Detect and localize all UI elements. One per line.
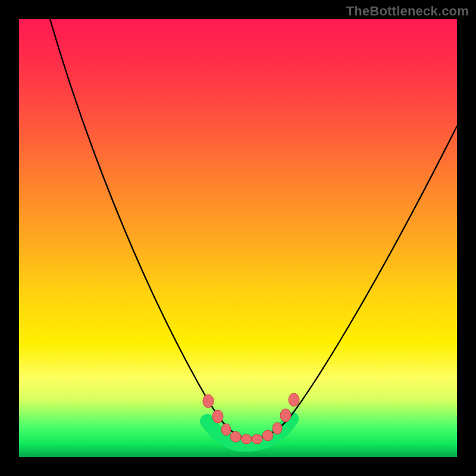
marker-dot: [280, 409, 291, 422]
marker-dot: [289, 393, 299, 406]
marker-dot: [203, 394, 214, 408]
chart-svg: [19, 19, 457, 457]
watermark-text: TheBottleneck.com: [346, 4, 469, 19]
marker-dot: [252, 434, 262, 444]
marker-dot: [273, 422, 282, 434]
bottleneck-curve: [50, 19, 457, 439]
marker-dot: [212, 410, 223, 423]
marker-dot: [262, 430, 273, 441]
marker-dot: [230, 431, 241, 442]
marker-dot: [241, 434, 252, 444]
marker-dot: [221, 424, 231, 436]
